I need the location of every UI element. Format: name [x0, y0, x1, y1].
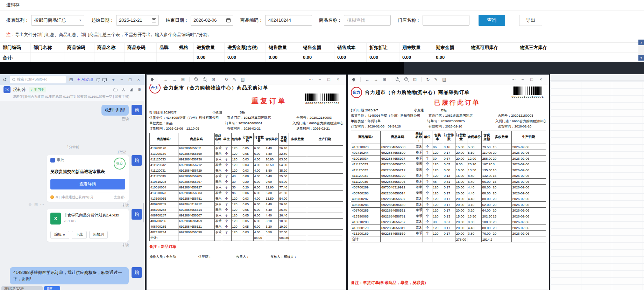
more-icon[interactable]: ⋯	[306, 77, 315, 82]
cell-code: 411120033	[150, 157, 178, 162]
message-bubble: 收到! 谢谢!	[101, 105, 129, 116]
avatar[interactable]: 购	[132, 267, 142, 278]
zoom-in-icon[interactable]: +	[396, 77, 400, 82]
history-icon[interactable]: ↺	[2, 77, 7, 82]
contact-avatar[interactable]: 况	[3, 86, 10, 93]
contact-profile-icon[interactable]	[121, 88, 126, 92]
column-header: 销售数量	[266, 43, 300, 53]
forward-icon[interactable]: →	[374, 77, 378, 82]
highlight-icon[interactable]: ▤	[241, 77, 245, 82]
ai-assistant-button[interactable]: ✦ AI助理	[77, 77, 93, 82]
store-name-input[interactable]	[423, 15, 469, 26]
table-scrollbar[interactable]: ▲ ▼	[638, 40, 644, 61]
rotate-icon[interactable]: ↻	[426, 77, 430, 82]
more-icon[interactable]: ⋯	[509, 77, 518, 82]
cell-name: 泰禾森系大号水桶Y-5692	[415, 156, 423, 161]
cell-pack-rate: 120	[432, 213, 443, 219]
table-row: 408700289 6973048319912 浓泰口杯991 个 120 0.…	[150, 201, 343, 207]
go-view-link[interactable]: 去查看 ›	[114, 195, 125, 200]
cell-cases: 0.17	[443, 184, 455, 190]
more-icon[interactable]: ⋯	[40, 202, 44, 207]
scroll-down-button[interactable]: ▼	[638, 55, 644, 61]
close-button[interactable]: ×	[536, 77, 545, 82]
tab-message-history[interactable]: 消息记录与文件	[1, 286, 43, 290]
rotate-icon[interactable]: ↻	[225, 77, 228, 82]
annotate-icon[interactable]: ✎	[434, 77, 438, 82]
view-details-button[interactable]: 查看详情	[50, 179, 125, 189]
column-header: 进货数量	[194, 43, 225, 53]
chat-scrollbar-thumb[interactable]	[143, 203, 144, 222]
cell-barcode: 6922884656927	[381, 156, 415, 161]
minimize-button[interactable]: −	[518, 77, 527, 82]
apps-grid-icon[interactable]: ⊞	[68, 77, 73, 82]
page-grid-icon[interactable]: ⊞	[181, 77, 185, 82]
cell-cases: 0.08	[443, 167, 455, 173]
maximize-button[interactable]: □	[126, 76, 134, 83]
fit-page-icon[interactable]: ⊡	[413, 77, 417, 82]
report-type-select[interactable]: 按部门商品汇总 ▾	[31, 15, 84, 26]
product-code-input[interactable]	[265, 15, 312, 26]
edit-button[interactable]: 编辑 ∨	[50, 231, 69, 239]
export-button[interactable]: 导出	[519, 15, 542, 26]
cell-code: 408700287	[150, 213, 178, 218]
chat-bubble-icon[interactable]	[97, 78, 100, 81]
divider	[189, 77, 190, 82]
avatar[interactable]: 购	[132, 105, 142, 115]
pin-icon[interactable]	[150, 77, 154, 81]
pin-icon[interactable]	[352, 77, 355, 81]
search-input[interactable]: 搜索 (Ctrl+Shift+F)	[10, 76, 66, 83]
approval-card[interactable]: 审批 通过 吴联贵提交的新品进场审批表 查看详情 今日审批通过已获得2积分 去查…	[47, 155, 129, 201]
folder-icon[interactable]	[113, 88, 118, 92]
annotate-icon[interactable]: ✎	[233, 77, 236, 82]
zoom-out-icon[interactable]: −	[203, 77, 207, 82]
zoom-out-icon[interactable]: −	[404, 77, 409, 82]
start-date-input[interactable]: 2025-12-21	[116, 15, 159, 26]
forward-icon[interactable]: ⊞	[34, 202, 38, 207]
cell-qty: 20.00	[455, 230, 467, 236]
file-card[interactable]: X 非食学讯商品分货计划表2.4.xlsx 76.1 KB 编辑 ∨	[47, 209, 129, 242]
highlight-icon[interactable]: ▤	[442, 77, 446, 82]
cell-barcode: 6922884656767	[178, 179, 215, 185]
fit-page-icon[interactable]: ⊡	[212, 77, 215, 82]
cell-amount: 26.40	[278, 145, 289, 151]
cell-qty: 15.00	[455, 173, 467, 179]
cell-prod-date: 2026-02-06	[511, 161, 546, 167]
page-grid-icon[interactable]: ⊞	[383, 77, 386, 82]
doc-type: 单据类型：新品	[149, 120, 225, 126]
close-button[interactable]: ×	[134, 76, 143, 83]
table-row: 411120032 6922884656712 泰禾森系大号收纳箱Y-5671 …	[351, 167, 546, 173]
tab-images[interactable]: 图片	[44, 286, 60, 290]
maximize-button[interactable]: □	[527, 77, 536, 82]
gear-icon[interactable]: ⚙	[137, 87, 141, 92]
cell-unit: 个	[222, 162, 231, 168]
minimize-button[interactable]: −	[118, 76, 126, 83]
forward-icon[interactable]: →	[172, 77, 177, 82]
new-chat-icon[interactable]: +	[109, 76, 118, 83]
end-date-input[interactable]: 2026-02-06	[191, 15, 233, 26]
download-button[interactable]: 下载	[72, 231, 87, 239]
minimize-button[interactable]: −	[315, 77, 324, 82]
avatar[interactable]: 购	[132, 155, 142, 166]
add-to-button[interactable]: 添加到	[89, 231, 108, 239]
monitor-icon[interactable]	[102, 78, 107, 81]
back-icon[interactable]: ←	[365, 77, 369, 82]
product-name-input[interactable]	[344, 15, 391, 26]
emoji-icon[interactable]: ☺	[28, 202, 32, 207]
back-icon[interactable]: ←	[164, 77, 168, 82]
barcode-number: 66662026020600061	[305, 102, 340, 105]
zoom-in-icon[interactable]: +	[194, 77, 198, 82]
avatar[interactable]: 购	[132, 209, 142, 220]
cell-unit: 个	[423, 167, 432, 173]
cell-price: 5.50	[265, 229, 278, 235]
cell-name: 泰禾森系多用牙具盒Y-5658	[214, 190, 222, 196]
order-no: 订单号：2026020600061	[225, 120, 292, 126]
close-button[interactable]: ×	[333, 77, 342, 82]
cell-amount: 54.00	[278, 196, 289, 201]
cell-qty: 15.00	[455, 213, 467, 219]
cell-barcode: 6922884656521	[381, 207, 415, 213]
message-row: ☺ ⊞ ⋯ 审批 通过 吴联贵提交的新品进场审批表 查看详情	[4, 155, 142, 207]
chart-icon[interactable]	[129, 88, 134, 92]
scroll-up-button[interactable]: ▲	[638, 40, 644, 45]
maximize-button[interactable]: □	[324, 77, 333, 82]
query-button[interactable]: 查询	[479, 15, 505, 26]
